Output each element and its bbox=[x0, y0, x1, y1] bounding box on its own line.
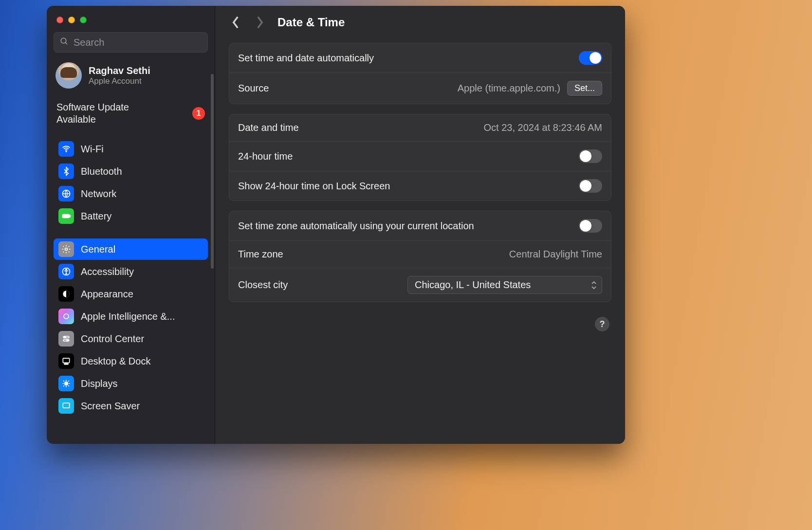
label-auto-time: Set time and date automatically bbox=[238, 53, 374, 64]
sidebar-item-general[interactable]: General bbox=[54, 238, 208, 260]
appearance-icon bbox=[58, 286, 74, 302]
label-tz: Time zone bbox=[238, 249, 283, 260]
titlebar: Date & Time bbox=[215, 6, 625, 39]
svg-rect-16 bbox=[64, 364, 68, 365]
update-text: Software Update Available bbox=[56, 101, 159, 126]
svg-rect-5 bbox=[70, 215, 71, 217]
label-lock-24h: Show 24-hour time on Lock Screen bbox=[238, 181, 390, 192]
row-24h: 24-hour time bbox=[229, 142, 611, 171]
svg-point-14 bbox=[67, 340, 68, 341]
svg-rect-15 bbox=[63, 358, 69, 363]
sidebar: Raghav Sethi Apple Account Software Upda… bbox=[47, 6, 215, 444]
row-lock-24h: Show 24-hour time on Lock Screen bbox=[229, 171, 611, 201]
row-source: Source Apple (time.apple.com.) Set... bbox=[229, 73, 611, 104]
toggle-lock-24h[interactable] bbox=[579, 179, 602, 193]
search-icon bbox=[60, 37, 69, 48]
sidebar-item-apple-intelligence[interactable]: Apple Intelligence &... bbox=[54, 306, 208, 327]
svg-point-6 bbox=[65, 248, 68, 251]
search-input[interactable] bbox=[74, 37, 202, 48]
help-button[interactable]: ? bbox=[595, 317, 609, 331]
battery-icon bbox=[58, 208, 74, 224]
sidebar-item-label: Appearance bbox=[81, 289, 133, 300]
apple-account-row[interactable]: Raghav Sethi Apple Account bbox=[51, 59, 211, 97]
sidebar-item-label: Network bbox=[81, 188, 116, 200]
sidebar-item-desktop-dock[interactable]: Desktop & Dock bbox=[54, 350, 208, 372]
svg-line-1 bbox=[65, 42, 67, 44]
sidebar-item-network[interactable]: Network bbox=[54, 183, 208, 204]
chevron-updown-icon bbox=[591, 281, 597, 290]
network-icon bbox=[58, 186, 74, 201]
svg-point-8 bbox=[66, 269, 67, 271]
screen-saver-icon bbox=[58, 398, 74, 414]
toggle-auto-tz[interactable] bbox=[579, 219, 602, 233]
row-tz: Time zone Central Daylight Time bbox=[229, 241, 611, 268]
sidebar-item-screen-saver[interactable]: Screen Saver bbox=[54, 395, 208, 417]
desktop-dock-icon bbox=[58, 353, 74, 369]
group-datetime: Date and time Oct 23, 2024 at 8:23:46 AM… bbox=[229, 114, 611, 201]
group-time-source: Set time and date automatically Source A… bbox=[229, 43, 611, 104]
sidebar-item-displays[interactable]: Displays bbox=[54, 373, 208, 394]
toggle-auto-time[interactable] bbox=[579, 51, 602, 65]
settings-pane: Set time and date automatically Source A… bbox=[215, 39, 625, 341]
svg-point-10 bbox=[64, 314, 69, 319]
value-datetime: Oct 23, 2024 at 8:23:46 AM bbox=[484, 122, 603, 133]
row-datetime: Date and time Oct 23, 2024 at 8:23:46 AM bbox=[229, 114, 611, 142]
sidebar-item-control-center[interactable]: Control Center bbox=[54, 328, 208, 349]
svg-rect-4 bbox=[63, 215, 69, 218]
toggle-24h[interactable] bbox=[579, 149, 602, 163]
forward-button[interactable] bbox=[253, 16, 267, 29]
sidebar-item-label: Displays bbox=[81, 378, 118, 389]
bluetooth-icon bbox=[58, 164, 74, 179]
sidebar-item-label: General bbox=[81, 244, 115, 255]
software-update-row[interactable]: Software Update Available 1 bbox=[51, 97, 211, 134]
avatar bbox=[55, 62, 82, 89]
close-window-button[interactable] bbox=[56, 17, 63, 23]
svg-point-2 bbox=[66, 151, 67, 152]
svg-rect-18 bbox=[63, 403, 69, 408]
sidebar-item-accessibility[interactable]: Accessibility bbox=[54, 261, 208, 282]
displays-icon bbox=[58, 376, 74, 391]
sidebar-item-label: Desktop & Dock bbox=[81, 356, 150, 367]
page-title: Date & Time bbox=[277, 16, 345, 29]
sidebar-item-label: Bluetooth bbox=[81, 166, 122, 177]
sidebar-item-bluetooth[interactable]: Bluetooth bbox=[54, 161, 208, 182]
search-field[interactable] bbox=[54, 32, 208, 53]
value-source: Apple (time.apple.com.) bbox=[458, 83, 560, 94]
group-timezone: Set time zone automatically using your c… bbox=[229, 211, 611, 302]
apple-intelligence-icon bbox=[58, 309, 74, 324]
row-city: Closest city Chicago, IL - United States bbox=[229, 268, 611, 302]
back-button[interactable] bbox=[229, 16, 242, 29]
gear-icon bbox=[58, 241, 74, 257]
label-city: Closest city bbox=[238, 279, 288, 291]
settings-window: Raghav Sethi Apple Account Software Upda… bbox=[47, 6, 625, 444]
sidebar-item-label: Battery bbox=[81, 211, 111, 222]
sidebar-item-battery[interactable]: Battery bbox=[54, 205, 208, 227]
sidebar-item-label: Screen Saver bbox=[81, 401, 140, 412]
content-pane: Date & Time Set time and date automatica… bbox=[215, 6, 625, 444]
row-auto-time: Set time and date automatically bbox=[229, 43, 611, 73]
set-source-button[interactable]: Set... bbox=[567, 81, 602, 96]
label-datetime: Date and time bbox=[238, 122, 299, 133]
sidebar-item-label: Accessibility bbox=[81, 266, 134, 277]
closest-city-select[interactable]: Chicago, IL - United States bbox=[407, 276, 602, 294]
minimize-window-button[interactable] bbox=[68, 17, 75, 23]
update-badge: 1 bbox=[192, 107, 205, 120]
value-tz: Central Daylight Time bbox=[509, 249, 602, 260]
label-source: Source bbox=[238, 83, 269, 94]
sidebar-item-wifi[interactable]: Wi-Fi bbox=[54, 138, 208, 160]
sidebar-scrollbar[interactable] bbox=[211, 74, 214, 269]
sidebar-item-label: Apple Intelligence &... bbox=[81, 311, 175, 322]
accessibility-icon bbox=[58, 264, 74, 279]
closest-city-value: Chicago, IL - United States bbox=[415, 279, 531, 291]
label-auto-tz: Set time zone automatically using your c… bbox=[238, 220, 474, 232]
svg-point-17 bbox=[65, 382, 68, 385]
svg-point-13 bbox=[64, 336, 66, 338]
sidebar-item-appearance[interactable]: Appearance bbox=[54, 283, 208, 305]
row-auto-tz: Set time zone automatically using your c… bbox=[229, 211, 611, 241]
control-center-icon bbox=[58, 331, 74, 347]
sidebar-item-label: Control Center bbox=[81, 333, 144, 345]
sidebar-item-label: Wi-Fi bbox=[81, 144, 104, 155]
user-sub: Apple Account bbox=[89, 76, 150, 86]
zoom-window-button[interactable] bbox=[80, 17, 87, 23]
svg-point-0 bbox=[61, 38, 66, 43]
